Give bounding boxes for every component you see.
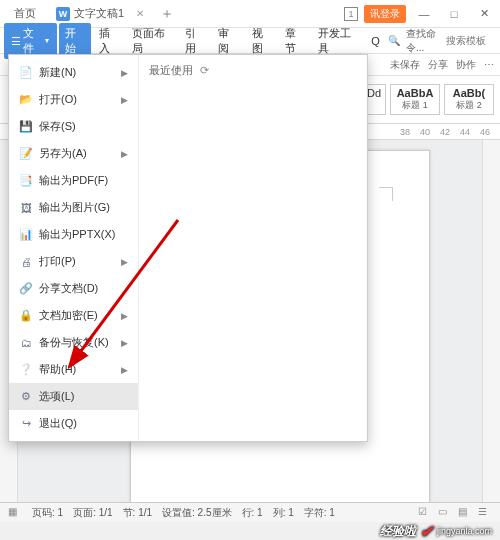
login-button[interactable]: 讯登录 [364,5,406,23]
ruler-tick: 38 [400,127,410,137]
menu-label: 文档加密(E) [39,308,98,323]
open-icon: 📂 [19,93,33,107]
menubar: 文件 ▾ 开始 插入 页面布局 引用 审阅 视图 章节 开发工具 Q 🔍 查找命… [0,28,500,54]
style-preview: AaBb( [449,87,489,99]
menu-label: 打开(O) [39,92,77,107]
menu-label: 输出为图片(G) [39,200,110,215]
new-tab-button[interactable]: ＋ [154,5,180,23]
menu-label: 备份与恢复(K) [39,335,109,350]
minimize-icon[interactable]: — [412,8,436,20]
menu-open[interactable]: 📂打开(O)▶ [9,86,138,113]
chevron-right-icon: ▶ [121,68,128,78]
search-input[interactable] [446,35,496,46]
grid-icon[interactable]: ▦ [8,506,22,520]
chevron-right-icon: ▶ [121,95,128,105]
margin-corner-icon [379,187,393,201]
save-icon: 💾 [19,120,33,134]
chevron-right-icon: ▶ [121,257,128,267]
recent-label: 最近使用 [149,64,193,76]
chevron-right-icon: ▶ [121,365,128,375]
help-icon: ❔ [19,363,33,377]
hamburger-icon [12,37,20,45]
style-label: 标题 2 [449,99,489,112]
status-pages: 页面: 1/1 [73,506,112,520]
close-icon[interactable]: ✕ [136,8,144,19]
view-layout-icon[interactable]: ▭ [438,506,452,520]
tab-document-label: 文字文稿1 [74,6,124,21]
more-icon[interactable]: ⋯ [484,59,494,70]
style-heading1[interactable]: AaBbA 标题 1 [390,84,440,115]
style-heading2[interactable]: AaBb( 标题 2 [444,84,494,115]
menu-label: 输出为PPTX(X) [39,227,115,242]
search-commands-label: 查找命令... [406,27,440,55]
menu-backup[interactable]: 🗂备份与恢复(K)▶ [9,329,138,356]
pdf-icon: 📑 [19,174,33,188]
search-icon[interactable]: 🔍 [388,35,400,46]
tab-home[interactable]: 首页 [4,2,46,25]
menu-new[interactable]: 📄新建(N)▶ [9,59,138,86]
pptx-icon: 📊 [19,228,33,242]
ruler-tick: 40 [420,127,430,137]
image-icon: 🖼 [19,201,33,215]
chevron-right-icon: ▶ [121,149,128,159]
refresh-icon[interactable]: ⟳ [200,64,209,76]
menu-save-as[interactable]: 📝另存为(A)▶ [9,140,138,167]
lock-icon: 🔒 [19,309,33,323]
menu-export-image[interactable]: 🖼输出为图片(G) [9,194,138,221]
chevron-down-icon: ▾ [45,36,49,45]
file-menu-dropdown: 📄新建(N)▶ 📂打开(O)▶ 💾保存(S) 📝另存为(A)▶ 📑输出为PDF(… [8,54,368,442]
ruler-tick: 42 [440,127,450,137]
ruler-tick: 44 [460,127,470,137]
maximize-icon[interactable]: □ [442,8,466,20]
menu-label: 分享文档(D) [39,281,98,296]
status-pos: 设置值: 2.5厘米 [162,506,231,520]
document-icon: W [56,7,70,21]
right-rail [482,140,500,502]
menu-label: 新建(N) [39,65,76,80]
checkmark-icon: ✔ [420,522,433,541]
menu-exit[interactable]: ↪退出(Q) [9,410,138,437]
status-section: 节: 1/1 [123,506,152,520]
chevron-right-icon: ▶ [121,311,128,321]
menu-share-doc[interactable]: 🔗分享文档(D) [9,275,138,302]
share-icon: 🔗 [19,282,33,296]
badge-count[interactable]: 1 [344,7,358,21]
gear-icon: ⚙ [19,390,33,404]
menu-print[interactable]: 🖨打印(P)▶ [9,248,138,275]
share-button[interactable]: 分享 [428,58,448,72]
watermark-brand: 经验啦 [380,523,416,540]
backup-icon: 🗂 [19,336,33,350]
status-chars: 字符: 1 [304,506,335,520]
collab-button[interactable]: 协作 [456,58,476,72]
tab-q[interactable]: Q [365,32,386,50]
menu-export-pptx[interactable]: 📊输出为PPTX(X) [9,221,138,248]
spell-icon[interactable]: ☑ [418,506,432,520]
new-file-icon: 📄 [19,66,33,80]
menu-export-pdf[interactable]: 📑输出为PDF(F) [9,167,138,194]
menu-label: 输出为PDF(F) [39,173,108,188]
status-row: 行: 1 [242,506,263,520]
close-window-icon[interactable]: ✕ [472,7,496,20]
menu-label: 退出(Q) [39,416,77,431]
unsaved-label: 未保存 [390,58,420,72]
menu-label: 帮助(H) [39,362,76,377]
file-menu-label: 文件 [23,26,42,56]
chevron-right-icon: ▶ [121,338,128,348]
exit-icon: ↪ [19,417,33,431]
menu-help[interactable]: ❔帮助(H)▶ [9,356,138,383]
menu-label: 另存为(A) [39,146,87,161]
view-web-icon[interactable]: ▤ [458,506,472,520]
file-menu-recent-panel: 最近使用 ⟳ [139,55,367,441]
view-outline-icon[interactable]: ☰ [478,506,492,520]
menu-label: 选项(L) [39,389,74,404]
status-page: 页码: 1 [32,506,63,520]
menu-options[interactable]: ⚙选项(L) [9,383,138,410]
menu-label: 保存(S) [39,119,76,134]
ruler-tick: 46 [480,127,490,137]
style-preview: AaBbA [395,87,435,99]
save-as-icon: 📝 [19,147,33,161]
menu-encrypt[interactable]: 🔒文档加密(E)▶ [9,302,138,329]
menu-label: 打印(P) [39,254,76,269]
file-menu-list: 📄新建(N)▶ 📂打开(O)▶ 💾保存(S) 📝另存为(A)▶ 📑输出为PDF(… [9,55,139,441]
menu-save[interactable]: 💾保存(S) [9,113,138,140]
